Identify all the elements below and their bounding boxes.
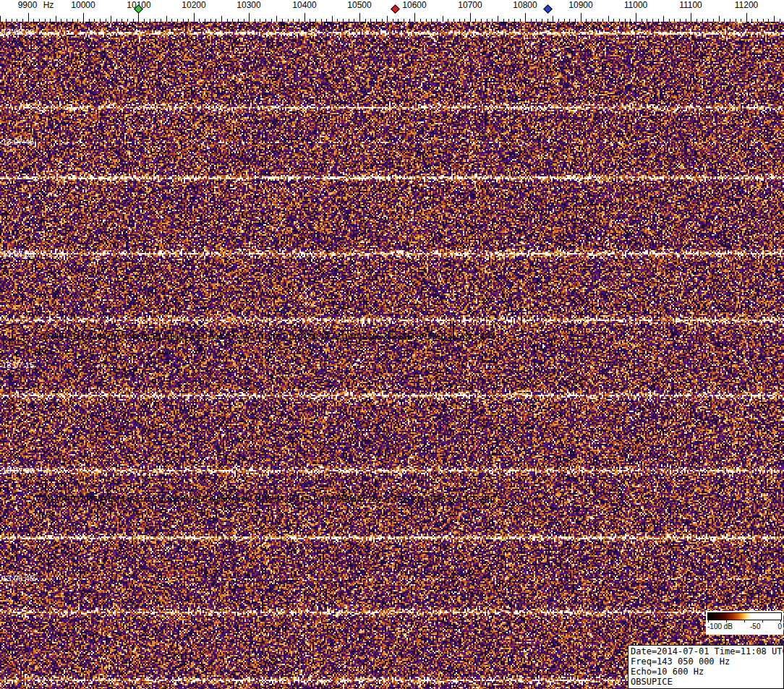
freq-label: 10200 (182, 1, 205, 9)
freq-label: 9900 (18, 1, 38, 9)
colorbar-gradient (707, 612, 782, 620)
colorbar-tick (726, 620, 727, 622)
colorbar-ticks (707, 620, 782, 622)
ruler-tick (221, 16, 222, 22)
ruler-tick (470, 13, 471, 22)
ruler-tick (581, 13, 581, 22)
ruler-tick (166, 16, 167, 22)
ruler-tick (194, 13, 195, 22)
ruler-tick (608, 16, 609, 22)
ruler-tick (719, 16, 720, 22)
ruler-tick (28, 13, 29, 22)
frequency-ruler[interactable]: 9900Hz1000010100102001030010400105001060… (0, 0, 784, 22)
ruler-tick (443, 16, 443, 22)
ruler-tick (691, 13, 691, 22)
colorbar-label-max: 0 (777, 622, 782, 630)
colorbar-labels: -100 dB -50 0 (707, 622, 782, 630)
freq-marker-blue-icon[interactable] (543, 4, 553, 14)
ruler-tick (138, 13, 139, 22)
colorbar-panel: -100 dB -50 0 (706, 611, 783, 635)
freq-marker-red-icon[interactable] (391, 4, 400, 14)
ruler-tick (746, 13, 747, 22)
ruler-tick (636, 13, 636, 22)
freq-label: 10800 (513, 1, 537, 9)
info-date-line: Date=2014-07-01 Time=11:08 UTC (631, 646, 781, 656)
ruler-tick (663, 16, 664, 22)
ruler-tick (332, 16, 333, 22)
freq-label: 10000 (71, 1, 95, 9)
colorbar-tick (744, 620, 745, 622)
ruler-tick (414, 13, 415, 22)
colorbar-tick (762, 620, 763, 622)
freq-label: 10400 (292, 1, 316, 9)
ruler-tick (553, 16, 553, 22)
ruler-tick (774, 16, 775, 22)
ruler-tick (249, 13, 250, 22)
spectrogram-canvas[interactable] (0, 22, 784, 689)
ruler-tick (276, 16, 277, 22)
ruler-tick (0, 16, 1, 22)
freq-label: 10300 (237, 1, 260, 9)
info-station-line: OBSUPICE (631, 677, 781, 687)
info-echo-line: Echo=10 600 Hz (631, 667, 781, 677)
colorbar-label-min: -100 dB (707, 622, 733, 630)
ruler-tick (387, 16, 388, 22)
ruler-tick (525, 13, 526, 22)
freq-label: 11000 (624, 1, 647, 9)
ruler-tick (304, 13, 305, 22)
ruler-tick (359, 13, 360, 22)
colorbar-tick (780, 620, 781, 622)
ruler-tick (83, 13, 84, 22)
app-window: 9900Hz1000010100102001030010400105001060… (0, 0, 784, 689)
ruler-tick (498, 16, 498, 22)
info-box: Date=2014-07-01 Time=11:08 UTC Freq=143 … (628, 645, 784, 689)
freq-label: 11100 (679, 1, 702, 9)
freq-label: 10700 (458, 1, 482, 9)
freq-label: 10600 (402, 1, 426, 9)
colorbar-tick (708, 620, 709, 622)
colorbar-label-mid: -50 (750, 622, 760, 630)
freq-label: 10500 (347, 1, 371, 9)
freq-label: 10900 (568, 1, 592, 9)
freq-label: Hz (43, 1, 54, 9)
info-freq-line: Freq=143 050 000 Hz (631, 656, 781, 667)
ruler-tick (111, 16, 111, 22)
freq-label: 11200 (735, 1, 758, 9)
ruler-tick (56, 16, 56, 22)
